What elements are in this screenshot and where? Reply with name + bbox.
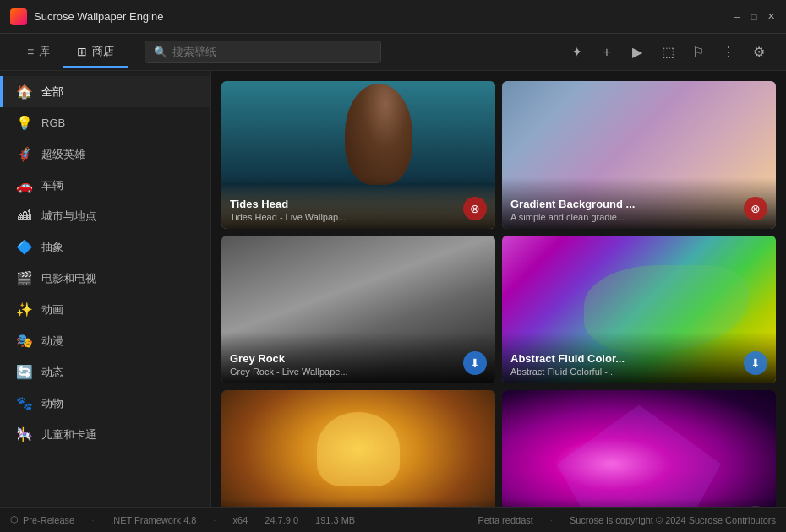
status-arch: x64 [233,515,248,525]
gradient-background-info: Gradient Background ... A simple and cle… [502,177,776,229]
tab-library-label: 库 [39,44,50,59]
abstract-icon: 🔷 [16,239,33,255]
store-icon: ⊞ [77,45,87,58]
sidebar-label-superhero: 超级英雄 [41,147,85,162]
status-prerelease-label: Pre-Release [23,515,74,525]
rog-2024-bg [502,390,776,507]
sidebar-label-dynamic: 动态 [41,365,63,380]
status-sep3: · [550,515,553,525]
wallpaper-card-gradient-background[interactable]: Gradient Background ... A simple and cle… [502,81,776,229]
sidebar-item-dynamic[interactable]: 🔄 动态 [0,356,210,388]
search-input[interactable] [172,46,341,58]
gradient-background-title: Gradient Background ... [510,198,767,210]
add-button[interactable]: + [593,39,620,66]
status-version: 24.7.9.0 [265,515,298,525]
tab-library[interactable]: ≡ 库 [14,37,63,68]
library-icon: ≡ [27,45,34,58]
app-title: Sucrose Wallpaper Engine [34,10,732,23]
grey-rock-info: Grey Rock Grey Rock - Live Wallpape... [221,332,495,383]
status-tag: ⬡ Pre-Release [10,514,74,525]
tab-store[interactable]: ⊞ 商店 [63,37,128,68]
status-memory: 191.3 MB [315,515,355,525]
wallpaper-card-bulb[interactable]: Bulb 〜 [221,390,495,507]
status-sep2: · [213,515,216,525]
status-framework: .NET Framework 4.8 [111,515,196,525]
tides-head-subtitle: Tides Head - Live Wallpap... [230,212,487,222]
brightness-button[interactable]: ✦ [563,39,590,66]
wallpaper-card-abstract-fluid[interactable]: Abstract Fluid Color... Abstract Fluid C… [502,236,776,383]
window-controls: ─ □ ✕ [732,12,776,22]
sidebar-label-rgb: RGB [41,117,65,129]
sidebar-label-kids: 儿童和卡通 [41,427,96,442]
wallpaper-card-rog-2024[interactable]: ROG 2024 〜 [502,390,776,507]
bulb-info: Bulb [221,498,495,507]
tides-head-action-icon[interactable]: ⊗ [463,197,487,220]
bulb-bg [221,390,495,507]
content-area: Tides Head Tides Head - Live Wallpap... … [211,71,786,507]
sidebar-item-rgb[interactable]: 💡 RGB [0,107,210,138]
gradient-background-action-icon[interactable]: ⊗ [744,197,767,220]
animal-icon: 🐾 [16,395,33,411]
sidebar-label-movie: 电影和电视 [41,271,96,286]
statusbar: ⬡ Pre-Release · .NET Framework 4.8 · x64… [0,507,786,532]
vehicle-icon: 🚗 [16,177,33,193]
minimize-button[interactable]: ─ [732,12,742,22]
sidebar: 🏠 全部 💡 RGB 🦸 超级英雄 🚗 车辆 🏙 城市与地点 🔷 抽象 🎬 电影… [0,71,211,507]
sidebar-item-anime[interactable]: 🎭 动漫 [0,325,210,356]
sidebar-item-abstract[interactable]: 🔷 抽象 [0,231,210,263]
grey-rock-title: Grey Rock [230,352,487,365]
status-copyright: Sucrose is copyright © 2024 Sucrose Cont… [570,515,776,525]
maximize-button[interactable]: □ [749,12,759,22]
rgb-icon: 💡 [16,115,33,131]
tab-store-label: 商店 [92,44,114,59]
toolbar: ✦ + ▶ ⬚ ⚐ ⋮ ⚙ [563,39,772,66]
play-button[interactable]: ▶ [624,39,651,66]
close-button[interactable]: ✕ [766,12,776,22]
more-button[interactable]: ⋮ [715,39,742,66]
all-icon: 🏠 [16,84,33,100]
sidebar-item-animal[interactable]: 🐾 动物 [0,388,210,419]
sidebar-label-abstract: 抽象 [41,240,63,255]
sidebar-label-city: 城市与地点 [41,209,96,224]
sidebar-label-all: 全部 [41,84,63,100]
grey-rock-subtitle: Grey Rock - Live Wallpape... [230,366,487,377]
sidebar-label-animal: 动物 [41,396,63,411]
sidebar-label-animation: 动画 [41,302,63,318]
search-bar: 🔍 [145,41,546,63]
sidebar-item-city[interactable]: 🏙 城市与地点 [0,201,210,231]
abstract-fluid-subtitle: Abstract Fluid Colorful -... [510,366,767,377]
wallpaper-grid: Tides Head Tides Head - Live Wallpap... … [221,81,776,507]
movie-icon: 🎬 [16,270,33,286]
settings-button[interactable]: ⚙ [745,39,772,66]
city-icon: 🏙 [16,209,33,224]
sidebar-item-vehicle[interactable]: 🚗 车辆 [0,170,210,201]
animation-icon: ✨ [16,301,33,318]
wallpaper-card-tides-head[interactable]: Tides Head Tides Head - Live Wallpap... … [221,81,495,229]
abstract-fluid-action-icon[interactable]: ⬇ [744,351,767,375]
sidebar-label-vehicle: 车辆 [41,178,63,193]
superhero-icon: 🦸 [16,146,33,162]
kids-icon: 🎠 [16,426,33,442]
search-icon: 🔍 [154,46,167,58]
status-user: Petta reddast [478,515,532,525]
navbar: ≡ 库 ⊞ 商店 🔍 ✦ + ▶ ⬚ ⚐ ⋮ ⚙ [0,34,786,71]
sidebar-item-superhero[interactable]: 🦸 超级英雄 [0,138,210,170]
titlebar: Sucrose Wallpaper Engine ─ □ ✕ [0,0,786,34]
sidebar-item-all[interactable]: 🏠 全部 [0,76,210,107]
gradient-background-subtitle: A simple and clean gradie... [510,212,767,222]
wallpaper-card-grey-rock[interactable]: Grey Rock Grey Rock - Live Wallpape... ⬇ [221,236,495,383]
trophy-button[interactable]: ⚐ [685,39,712,66]
app-logo [10,8,27,25]
sidebar-item-animation[interactable]: ✨ 动画 [0,294,210,325]
grey-rock-action-icon[interactable]: ⬇ [463,351,487,375]
sidebar-label-anime: 动漫 [41,334,63,349]
main-area: 🏠 全部 💡 RGB 🦸 超级英雄 🚗 车辆 🏙 城市与地点 🔷 抽象 🎬 电影… [0,71,786,507]
rog-2024-info: ROG 2024 [502,498,776,507]
monitor-button[interactable]: ⬚ [654,39,681,66]
tides-head-info: Tides Head Tides Head - Live Wallpap... [221,177,495,229]
sidebar-item-movie[interactable]: 🎬 电影和电视 [0,263,210,294]
sidebar-item-kids[interactable]: 🎠 儿童和卡通 [0,419,210,450]
status-prerelease-icon: ⬡ [10,514,19,525]
search-container: 🔍 [145,41,381,63]
anime-icon: 🎭 [16,333,33,349]
